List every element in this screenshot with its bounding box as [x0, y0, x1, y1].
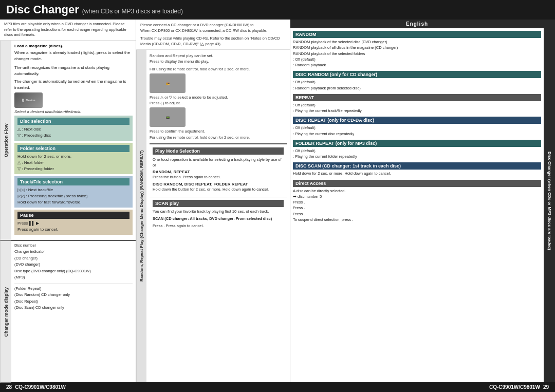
play-mode-desc: One-touch operation is available for sel… [153, 157, 284, 169]
page-number-left: 28 [6, 384, 12, 390]
remote-text2: For using the remote control, hold down … [150, 135, 287, 140]
right-vertical-label: Disc Changer (when CDs or MP3 discs are … [544, 20, 555, 382]
folder-selection-line3: ▽ : Preceding folder [17, 166, 130, 172]
mid-note3: Trouble may occur while playing CD-Rs. R… [140, 35, 286, 47]
disc-type-label: Disc type (DVD changer only) (CQ-C9801W) [14, 269, 133, 274]
folder-selection-box: Folder selection Hold down for 2 sec. or… [14, 143, 133, 174]
left-column: MP3 files are playable only when a DVD c… [0, 20, 136, 382]
disc-repeat-cd-line2: : Playing the current disc repeatedly [293, 131, 541, 137]
scan-play-desc: You can find your favorite track by play… [153, 209, 284, 214]
direct-access-line4: Press . [293, 199, 541, 205]
page-wrapper: Disc Changer (when CDs or MP3 discs are … [0, 0, 555, 392]
track-selection-box: Track/File selection ▷▷| : Next track/fi… [14, 176, 133, 208]
disc-selection-header: Disc selection [17, 118, 130, 125]
track-selection-line2: |◁◁ : Preceding track/file (press twice) [17, 193, 130, 199]
track-selection-line1: ▷▷| : Next track/file [17, 187, 130, 193]
folder-selection-line1: Hold down for 2 sec. or more. [17, 154, 130, 160]
direct-access-line3: ➡ disc number 5 [293, 194, 541, 199]
disc-random-label: (Disc Random) CD changer only [14, 292, 133, 298]
changer-indicator-label: Changer indicator [14, 249, 133, 255]
footer-model-left: CQ-C9901W/C9801W [15, 384, 66, 390]
footer-right: CQ-C9901W/C9801W 29 [489, 384, 549, 390]
remote-device-img: 📻 [150, 73, 186, 93]
confirm-text: Press to confirm the adjustment. [150, 128, 287, 134]
track-selection-line3: Hold down for fast forward/reverse. [17, 199, 130, 206]
folder-repeat-header: FOLDER REPEAT (only for MP3 disc) [293, 140, 541, 147]
random-line1: RANDOM playback of the selected disc (DV… [293, 39, 541, 45]
disc-scan-header: DISC SCAN (CD changer: 1st track in each… [293, 162, 541, 170]
changer-on-text: The changer is automatically turned on w… [14, 79, 133, 91]
right-column: English RANDOM RANDOM playback of the se… [290, 20, 555, 382]
scan-press-text: Press . Press again to cancel. [153, 223, 284, 229]
page-number-right: 29 [543, 384, 549, 390]
random-header: RANDOM [293, 31, 541, 38]
folder-selection-header: Folder selection [17, 145, 130, 152]
bottom-labels: (Folder Repeat) (Disc Random) CD changer… [14, 284, 133, 311]
select-label: Select a desired disc/folder/file/track. [14, 109, 133, 114]
auto-start-text: The unit recognizes the magazine and sta… [14, 65, 133, 77]
middle-top-notes: Please connect a CD changer or a DVD cha… [136, 20, 290, 50]
folder-selection-line2: △ : Next folder [17, 160, 130, 166]
disc-random-label: DISC RANDOM, DISC REPEAT, FOLDER REPEAT [153, 182, 284, 186]
disc-scan-section: DISC SCAN (CD changer: 1st track in each… [293, 162, 541, 176]
direct-access-section: Direct Access A disc can be directly sel… [293, 180, 541, 223]
mid-note1: Please connect a CD changer or a DVD cha… [140, 22, 286, 28]
direct-access-header: Direct Access [293, 180, 541, 187]
press-menu: Press to display the menu dis-play. [150, 59, 287, 64]
changer-mode-label: Changer mode display [0, 241, 11, 383]
main-content: MP3 files are playable only when a DVD c… [0, 20, 555, 382]
repeat-header: REPEAT [293, 94, 541, 101]
repeat-line2: : Playing the current track/file repeate… [293, 108, 541, 114]
op-flow-content: Load a magazine (discs). When a magazine… [11, 41, 136, 240]
play-mode-section: Play Mode Selection One-touch operation … [150, 143, 287, 197]
mid-note2: When CX-DP800 or CX-DH801W is connected,… [140, 28, 286, 33]
changer-menu-label: Random, Repeat Play (Changer Menu Displa… [136, 50, 146, 382]
pause-header: Pause [17, 212, 130, 219]
pause-line1: Press ▌▌ ▶ [17, 220, 130, 227]
random-line5: : Random playback [293, 62, 541, 68]
select-mode: Press △ or ▽ to select a mode to be adju… [150, 95, 287, 100]
disc-scan-label: (Disc Scan) CD changer only [14, 305, 133, 311]
dvd-changer-label: (DVD changer) [14, 262, 133, 268]
middle-column: Please connect a CD changer or a DVD cha… [136, 20, 290, 382]
random-repeat-text: Random and Repeat play can be set. [150, 53, 287, 59]
disc-repeat-cd-line1: : Off (default) [293, 125, 541, 130]
repeat-line1: : Off (default) [293, 102, 541, 108]
pause-box: Pause Press ▌▌ ▶ Press again to cancel. [14, 210, 133, 235]
scan-play-section: SCAN play You can find your favorite tra… [150, 197, 287, 233]
random-line3: RANDOM playback of the selected folders [293, 51, 541, 57]
op-flow-label: Operation Flow [0, 41, 11, 240]
random-section: RANDOM RANDOM playback of the selected d… [293, 31, 541, 68]
random-line2: RANDOM playback of all discs in the maga… [293, 45, 541, 50]
page-footer: 28 CQ-C9901W/C9801W CQ-C9901W/C9801W 29 [0, 382, 555, 392]
remote-text: For using the remote control, hold down … [150, 66, 287, 72]
load-magazine-text: When a magazine is already loaded ( ligh… [14, 50, 133, 62]
changer-mode-content: Disc number Changer indicator (CD change… [11, 241, 136, 383]
pause-line2: Press again to cancel. [17, 227, 130, 233]
direct-access-line5: Press . [293, 205, 541, 211]
random-repeat-section: Random and Repeat play can be set. Press… [150, 53, 287, 140]
disc-random-play-text: Hold down the button for 2 sec. or more.… [153, 186, 284, 192]
footer-model-right: CQ-C9901W/C9801W [489, 384, 540, 390]
middle-content: Random and Repeat play can be set. Press… [146, 50, 290, 382]
disc-selection-line2: ▽ : Preceding disc [17, 133, 130, 139]
scan-cd-label: SCAN (CD changer: All tracks, DVD change… [153, 216, 284, 221]
random-repeat-label: RANDOM, REPEAT [153, 170, 284, 174]
english-label: English [290, 20, 544, 28]
device-image: 🎛 Device [14, 92, 43, 108]
disc-repeat-label: (Disc Repeat) [14, 299, 133, 305]
disc-random-section: DISC RANDOM (only for CD changer) : Off … [293, 71, 541, 91]
load-magazine-label: Load a magazine (discs). [14, 44, 133, 48]
direct-access-line6: Press . [293, 211, 541, 217]
disc-number-label: Disc number [14, 243, 133, 249]
footer-left: 28 CQ-C9901W/C9801W [6, 384, 66, 390]
direct-access-line2: A disc can be directly selected. [293, 188, 541, 194]
disc-scan-line1: Hold down for 2 sec. or more. Hold down … [293, 171, 541, 176]
direct-access-line7: To suspend direct selection, press . [293, 217, 541, 222]
changer-mode-section: Changer mode display Disc number Changer… [0, 240, 136, 383]
middle-main: Random, Repeat Play (Changer Menu Displa… [136, 50, 290, 382]
mp3-label: (MP3) [14, 275, 133, 281]
right-sections: RANDOM RANDOM playback of the selected d… [290, 28, 544, 382]
folder-repeat-label: (Folder Repeat) [14, 286, 133, 292]
page-header: Disc Changer (when CDs or MP3 discs are … [0, 0, 555, 20]
